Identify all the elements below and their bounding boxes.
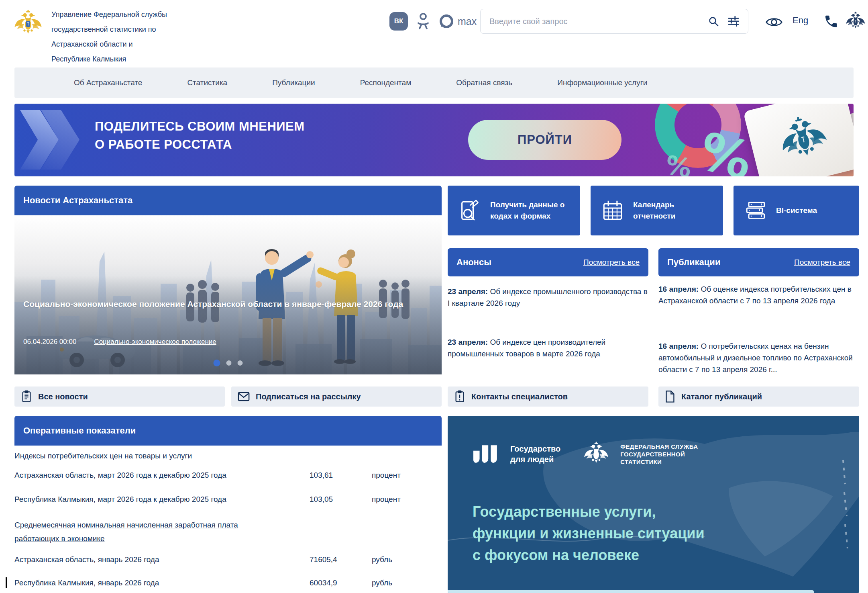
news-clipboard-icon [21, 390, 32, 403]
gov-headline-line: функции и жизненные ситуации [473, 523, 705, 544]
glp-line1: Государство [510, 444, 560, 454]
indicator-group-link-cpi[interactable]: Индексы потребительских цен на товары и … [14, 449, 295, 463]
state-for-people-label: Государство для людей [510, 444, 560, 464]
tile-label: Получить данные о кодах и формах [490, 199, 568, 222]
gov-headline-line: Государственные услуги, [473, 501, 705, 523]
nav-item-info-services[interactable]: Информационные услуги [557, 78, 647, 87]
rosstat-coat-of-arms-logo[interactable] [14, 3, 43, 44]
tile-label: Календарь отчетности [633, 199, 711, 222]
news-slide-title[interactable]: Социально-экономическое положение Астрах… [23, 294, 421, 314]
announcement-item[interactable]: 23 апреля: Об индексе цен производителей… [448, 336, 648, 360]
indicator-value: 71605,4 [310, 555, 372, 564]
nav-item-feedback[interactable]: Обратная связь [456, 78, 512, 87]
filter-sliders-icon[interactable] [727, 15, 740, 27]
contacts-label: Контакты специалистов [471, 392, 568, 401]
nav-item-respondents[interactable]: Респондентам [360, 78, 412, 87]
indicator-value: 103,05 [310, 495, 372, 504]
indicator-unit: рубль [372, 579, 442, 587]
search-icon[interactable] [708, 16, 719, 27]
org-title-line: Астраханской области и [51, 37, 167, 52]
laptop-with-emblem-decor [743, 104, 854, 176]
state-emblem-icon[interactable] [846, 11, 866, 31]
document-search-icon [458, 199, 481, 222]
nav-item-publications[interactable]: Публикации [272, 78, 315, 87]
percent-decor: % [663, 150, 694, 176]
clipboard-alert-icon [454, 390, 465, 403]
tile-get-data-codes-forms[interactable]: Получить данные о кодах и формах [448, 186, 580, 235]
announcement-item[interactable]: 23 апреля: Об индексе промышленного прои… [448, 286, 648, 309]
search-box [480, 9, 748, 34]
news-carousel-slide[interactable]: Социально-экономическое положение Астрах… [14, 215, 442, 374]
text-cursor-artifact [6, 577, 7, 588]
glp-line2: для людей [510, 454, 560, 464]
page: Управление Федеральной службы государств… [0, 0, 868, 593]
survey-banner-title: ПОДЕЛИТЕСЬ СВОИМ МНЕНИЕМ О РАБОТЕ РОССТА… [95, 117, 305, 153]
indicator-row: Республика Калмыкия, март 2026 года к де… [14, 495, 442, 504]
subscribe-button[interactable]: Подписаться на рассылку [231, 386, 442, 407]
publications-title: Публикации [667, 257, 720, 268]
announcements-view-all-link[interactable]: Посмотреть все [583, 258, 640, 267]
max-messenger-icon[interactable]: max [438, 13, 477, 29]
carousel-dots [214, 360, 243, 366]
indicator-value: 103,61 [310, 471, 372, 480]
document-icon [665, 390, 675, 403]
main-nav: Об Астраханьстате Статистика Публикации … [14, 67, 854, 98]
social-links: ВК max [389, 12, 477, 31]
announcements-header: Анонсы Посмотреть все [448, 248, 648, 276]
max-label: max [458, 16, 477, 27]
news-slide-date: 06.04.2026 00:00 [23, 338, 76, 346]
indicator-label: Республика Калмыкия, январь 2026 года [14, 579, 310, 587]
tile-label: BI-система [776, 205, 817, 216]
gov-banner-headline: Государственные услуги, функции и жизнен… [473, 501, 705, 566]
accessibility-eye-icon[interactable] [765, 16, 783, 28]
publications-catalog-button[interactable]: Каталог публикаций [658, 386, 859, 407]
survey-banner[interactable]: ПОДЕЛИТЕСЬ СВОИМ МНЕНИЕМ О РАБОТЕ РОССТА… [14, 104, 854, 176]
language-toggle[interactable]: Eng [793, 15, 808, 26]
all-news-button[interactable]: Все новости [14, 386, 225, 407]
nav-item-statistics[interactable]: Статистика [187, 78, 227, 87]
agency-line: ФЕДЕРАЛЬНАЯ СЛУЖБА [620, 443, 698, 450]
survey-title-line1: ПОДЕЛИТЕСЬ СВОИМ МНЕНИЕМ [95, 117, 305, 135]
org-title-line: государственной статистики по [51, 22, 167, 37]
gov-services-banner[interactable]: Государство для людей ФЕДЕРАЛЬНАЯ СЛУЖБА… [448, 416, 859, 593]
org-title-line: Управление Федеральной службы [51, 7, 167, 22]
indicator-group-link-wages[interactable]: Среднемесячная номинальная начисленная з… [14, 518, 239, 546]
indicators-title: Оперативные показатели [23, 425, 136, 436]
indicator-unit: процент [372, 471, 442, 480]
publications-header: Публикации Посмотреть все [658, 248, 859, 276]
nav-item-about[interactable]: Об Астраханьстате [74, 78, 142, 87]
publication-item[interactable]: 16 апреля: О потребительских ценах на бе… [658, 340, 859, 375]
envelope-icon [238, 391, 250, 402]
indicator-label: Астраханская область, январь 2026 года [14, 555, 310, 564]
news-category-link[interactable]: Социально-экономическое положение [94, 338, 216, 346]
indicator-value: 60034,9 [310, 579, 372, 587]
gov-banner-bottom-strip [448, 590, 814, 593]
announcement-date: 23 апреля: [448, 338, 488, 346]
indicators-header: Оперативные показатели [14, 416, 442, 446]
news-section-title: Новости Астраханьстата [23, 195, 132, 206]
vk-icon[interactable]: ВК [389, 12, 408, 31]
all-news-label: Все новости [38, 392, 88, 401]
catalog-label: Каталог публикаций [681, 392, 762, 401]
agency-name: ФЕДЕРАЛЬНАЯ СЛУЖБА ГОСУДАРСТВЕННОЙ СТАТИ… [620, 443, 698, 466]
calendar-icon [601, 199, 624, 222]
indicator-label: Астраханская область, март 2026 года к д… [14, 471, 310, 480]
tile-report-calendar[interactable]: Календарь отчетности [591, 186, 723, 235]
gov-headline-line: с фокусом на человеке [473, 544, 705, 566]
publications-view-all-link[interactable]: Посмотреть все [794, 258, 850, 267]
phone-icon[interactable] [824, 14, 837, 27]
specialists-contacts-button[interactable]: Контакты специалистов [448, 386, 648, 407]
publication-item[interactable]: 16 апреля: Об оценке индекса потребитель… [658, 283, 859, 307]
divider [572, 441, 572, 467]
agency-line: СТАТИСТИКИ [620, 458, 698, 466]
carousel-dot-3[interactable] [238, 360, 243, 366]
search-input[interactable] [489, 16, 700, 27]
org-title-line: Республике Калмыкия [51, 52, 167, 67]
carousel-dot-2[interactable] [226, 360, 232, 366]
survey-pass-button[interactable]: ПРОЙТИ [468, 120, 621, 160]
state-for-people-logo [473, 442, 499, 466]
carousel-dot-1[interactable] [214, 360, 220, 366]
news-slide-meta: 06.04.2026 00:00 Социально-экономическое… [23, 338, 216, 346]
odnoklassniki-icon[interactable] [416, 12, 430, 31]
tile-bi-system[interactable]: BI-система [734, 186, 859, 235]
